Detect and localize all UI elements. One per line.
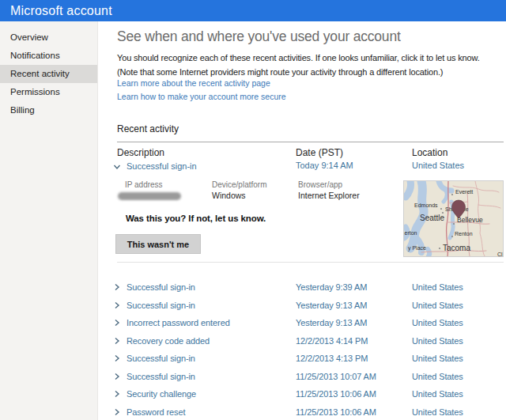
activity-location: United States [412,354,463,363]
chevron-right-icon [113,373,121,380]
sidebar: Overview Notifications Recent activity P… [0,21,98,420]
ip-address-label: IP address [125,180,163,189]
location-map-svg: EverettEdmondsShorelineSeattleBellevueer… [404,181,503,256]
activity-row[interactable]: Successful sign-in 12/2/2013 4:13 PM Uni… [98,350,506,368]
activity-location: United States [412,407,463,417]
activity-row[interactable]: Successful sign-in Yesterday 9:39 AM Uni… [98,278,506,297]
chevron-right-icon [113,283,121,291]
map-city-dot [439,248,440,249]
activity-date: Yesterday 9:39 AM [296,282,367,292]
activity-description: Successful sign-in [126,161,197,171]
activity-description: Successful sign-in [126,372,195,381]
activity-date: 11/25/2013 10:06 AM [296,389,376,399]
chevron-right-icon [113,301,121,309]
this-wasnt-me-button[interactable]: This wasn't me [115,234,201,254]
activity-location: United States [412,282,463,292]
chevron-right-icon [113,319,121,327]
browser-app-label: Browser/app [298,180,342,189]
column-description: Description [117,147,164,158]
ip-address-redacted [118,192,181,200]
activity-description: Successful sign-in [126,301,195,310]
intro-line-2: (Note that some Internet providers might… [117,65,480,79]
activity-location: United States [412,372,463,381]
chevron-right-icon [113,354,121,362]
sidebar-item-billing[interactable]: Billing [0,101,97,119]
sidebar-item-recent-activity[interactable]: Recent activity [0,65,97,83]
table-header: Description Date (PST) Location [98,147,506,160]
activity-description: Successful sign-in [126,282,195,292]
activity-location: United States [412,301,463,310]
map-city-label: y Place [408,245,426,252]
map-city-label: Renton [455,231,473,236]
column-date: Date (PST) [296,147,343,158]
activity-date: 12/2/2013 4:14 PM [296,336,368,346]
map-city-label: Edmonds [414,202,438,208]
map-city-dot [451,236,453,237]
chevron-right-icon [113,390,121,398]
sidebar-item-permissions[interactable]: Permissions [0,83,97,101]
map-city-label: Cl [497,252,503,256]
sidebar-item-notifications[interactable]: Notifications [0,47,97,65]
activity-location: United States [412,318,463,327]
activity-description: Recovery code added [126,336,210,346]
map-city-label: Seattle [420,214,445,222]
device-platform-label: Device/platform [212,180,266,189]
activity-location: United States [412,336,463,346]
activity-row[interactable]: Successful sign-in Yesterday 9:13 AM Uni… [98,297,506,315]
activity-date: 12/2/2013 4:13 PM [296,354,368,363]
activity-date: Today 9:14 AM [296,161,353,170]
secure-account-link[interactable]: Learn how to make your account more secu… [117,92,286,101]
activity-row[interactable]: Recovery code added 12/2/2013 4:14 PM Un… [98,332,506,350]
activity-description: Successful sign-in [126,354,195,363]
chevron-right-icon [113,337,121,345]
map-city-label: Everett [455,189,473,195]
list-divider [117,262,504,263]
activity-row[interactable]: Successful sign-in 11/25/2013 10:07 AM U… [98,368,506,386]
activity-rows: Successful sign-in Yesterday 9:39 AM Uni… [98,278,506,420]
sidebar-item-overview[interactable]: Overview [0,28,97,47]
map-city-label: Bellevue [457,216,483,224]
activity-row[interactable]: Security challenge 11/25/2013 10:06 AM U… [98,385,506,403]
page-title: See when and where you've used your acco… [117,28,401,45]
activity-description: Incorrect password entered [126,318,230,327]
activity-date: Yesterday 9:13 AM [296,318,367,327]
app-title: Microsoft account [10,0,112,21]
location-map: EverettEdmondsShorelineSeattleBellevueer… [403,180,504,257]
map-city-label: Tacoma [443,244,470,252]
app-header: Microsoft account [0,0,506,21]
section-title: Recent activity [117,123,179,134]
column-location: Location [412,147,447,158]
section-divider [117,142,504,142]
activity-row-expanded[interactable]: Successful sign-in Today 9:14 AM United … [98,161,506,174]
sidebar-nav: Overview Notifications Recent activity P… [0,28,97,119]
main-content: See when and where you've used your acco… [98,21,506,420]
map-city-label: erton [405,230,417,236]
chevron-down-icon [113,163,121,171]
activity-description: Password reset [126,407,185,417]
map-city-dot [453,223,455,225]
learn-more-link[interactable]: Learn more about the recent activity pag… [117,78,270,88]
map-city-dot [451,194,453,195]
chevron-right-icon [113,408,121,416]
map-city-dot [440,208,442,210]
intro-text: You should recognize each of these recen… [117,51,480,79]
intro-line-1: You should recognize each of these recen… [117,51,480,65]
browser-app-value: Internet Explorer [298,191,360,200]
activity-location: United States [412,389,463,399]
device-platform-value: Windows [212,191,246,200]
activity-row[interactable]: Password reset 11/25/2013 10:06 AM Unite… [98,403,506,420]
activity-date: 11/25/2013 10:07 AM [296,372,376,381]
activity-description: Security challenge [126,389,196,399]
activity-date: Yesterday 9:13 AM [296,301,367,310]
activity-date: 11/25/2013 10:06 AM [296,407,376,417]
was-this-you-prompt: Was this you? If not, let us know. [126,214,266,223]
activity-location: United States [412,161,464,170]
activity-row[interactable]: Incorrect password entered Yesterday 9:1… [98,314,506,332]
